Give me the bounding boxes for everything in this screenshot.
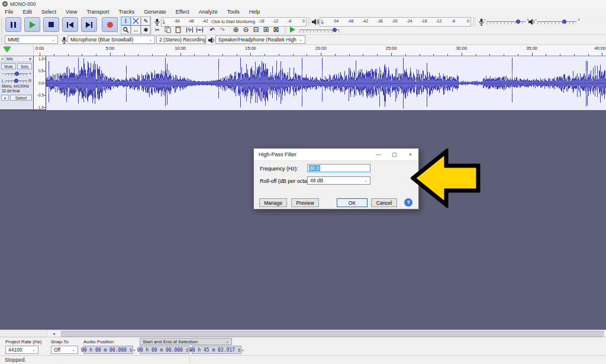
transport-toolbar-grip[interactable] [1, 17, 4, 33]
audio-host-select[interactable]: MME⌄ [5, 36, 58, 44]
playback-device-select[interactable]: Speaker/Headphone (Realtek High⌄ [215, 36, 305, 44]
play-at-speed-button[interactable] [288, 25, 297, 34]
menu-item-tools[interactable]: Tools [223, 8, 244, 15]
scissors-icon: ✂ [154, 27, 159, 33]
project-rate-select[interactable]: 44100⌄ [5, 346, 38, 354]
selection-mode-select[interactable]: Start and End of Selection⌄ [140, 338, 232, 345]
fit-selection-button[interactable]: ⊟ [252, 25, 260, 34]
gain-slider[interactable] [5, 71, 28, 76]
menu-item-effect[interactable]: Effect [171, 8, 194, 15]
gain-thumb[interactable] [15, 72, 19, 76]
chevron-down-icon: ⌄ [364, 178, 368, 183]
menu-item-generate[interactable]: Generate [139, 8, 171, 15]
fit-project-button[interactable]: ⊞ [262, 25, 270, 34]
rolloff-select[interactable]: 48 dB ⌄ [307, 176, 370, 185]
track-work-area[interactable] [0, 110, 606, 330]
menu-item-tracks[interactable]: Tracks [114, 8, 140, 15]
zoom-toggle-button[interactable]: ⊠ [272, 25, 281, 34]
timeline-major-tick [110, 53, 111, 56]
collapse-track-button[interactable]: ▲ [1, 95, 9, 101]
play-speed-slider[interactable] [299, 27, 340, 33]
device-toolbar-grip[interactable] [1, 36, 4, 44]
menu-item-transport[interactable]: Transport [82, 8, 114, 15]
dialog-maximize-button[interactable]: ▢ [386, 149, 402, 161]
recording-channels-select[interactable]: 2 (Stereo) Recording Chan⌄ [156, 36, 206, 44]
timeline-ruler[interactable]: 0:005:0010:0015:0020:0025:0030:0035:0040… [0, 45, 606, 56]
play-button[interactable] [24, 17, 40, 32]
pan-slider[interactable] [5, 78, 27, 83]
mixer-toolbar-grip[interactable] [473, 17, 476, 25]
stop-button[interactable] [43, 17, 59, 32]
recording-meter-mic-icon[interactable] [153, 18, 162, 26]
timeline-minor-tick [588, 54, 589, 56]
skip-to-end-button[interactable] [81, 17, 97, 32]
recording-volume-thumb[interactable] [516, 20, 520, 24]
cancel-button[interactable]: Cancel [371, 198, 397, 207]
silence-audio-button[interactable] [195, 25, 204, 34]
paste-button[interactable] [173, 25, 182, 34]
envelope-tool-button[interactable] [131, 17, 141, 25]
copy-button[interactable] [163, 25, 172, 34]
track-select-button[interactable]: Select [10, 95, 32, 101]
edit-toolbar-grip[interactable] [150, 26, 152, 34]
menu-item-edit[interactable]: Edit [18, 8, 37, 15]
menu-item-analyze[interactable]: Analyze [194, 8, 223, 15]
zoom-out-button[interactable]: ⊖ [241, 25, 250, 34]
trim-audio-button[interactable] [185, 25, 194, 34]
tools-toolbar-grip[interactable] [117, 17, 120, 33]
audio-position-field[interactable]: 00 h 00 m 00.000 s▾ [83, 346, 133, 354]
zoom-tool-button[interactable] [121, 25, 131, 34]
menu-item-help[interactable]: Help [244, 8, 265, 15]
chevron-down-icon: ⌄ [50, 37, 55, 42]
recording-meter-grip[interactable] [150, 17, 152, 25]
menu-item-select[interactable]: Select [37, 8, 61, 15]
track-header[interactable]: × Mix ▼ [0, 56, 33, 62]
menu-item-file[interactable]: File [0, 8, 18, 15]
meter-tick: -18 [421, 19, 427, 23]
redo-button[interactable]: ↷ [218, 25, 227, 34]
dialog-title-bar[interactable]: High-Pass Filter — ▢ × [254, 149, 418, 161]
frequency-input[interactable]: 80.0 [307, 164, 370, 172]
horizontal-scrollbar[interactable]: ◄ [0, 330, 606, 337]
scrollbar-thumb[interactable] [61, 331, 604, 337]
play-at-speed-grip[interactable] [285, 26, 287, 34]
dialog-minimize-button[interactable]: — [370, 149, 386, 161]
playback-volume-thumb[interactable] [562, 20, 566, 24]
timeshift-tool-button[interactable]: ↔ [131, 25, 141, 34]
timeline-pin-icon[interactable] [4, 47, 11, 52]
solo-button[interactable]: Solo [17, 63, 32, 69]
track-menu-icon[interactable]: ▼ [28, 57, 32, 61]
pause-button[interactable] [5, 17, 21, 32]
ok-button[interactable]: OK [337, 198, 368, 207]
recording-device-select[interactable]: Microphone (Blue Snowball)⌄ [67, 36, 155, 44]
manage-button[interactable]: Manage [259, 198, 287, 207]
zoom-in-button[interactable]: ⊕ [231, 25, 240, 34]
timeline-minor-tick [293, 54, 294, 56]
skip-to-start-button[interactable] [62, 17, 78, 32]
undo-button[interactable]: ↶ [208, 25, 217, 34]
scale-label: -1.0 [37, 105, 44, 109]
play-speed-thumb[interactable] [333, 28, 337, 32]
selection-tool-button[interactable]: I [121, 17, 131, 25]
scale-tick [44, 71, 46, 72]
snap-to-select[interactable]: Off⌄ [51, 346, 78, 354]
trim-audio-icon [186, 27, 194, 33]
playback-volume-slider[interactable]: − + [537, 19, 576, 25]
selection-end-field[interactable]: 00 h 45 m 03.917 s▾ [192, 346, 241, 354]
playback-meter-speaker-icon[interactable] [311, 18, 320, 26]
recording-volume-slider[interactable]: − + [486, 19, 526, 25]
playback-meter[interactable]: LR -54-48-42-36-30-24-18-12-60 [320, 17, 471, 27]
meter-monitor-text[interactable]: Click to Start Monitoring [211, 20, 255, 24]
waveform-display[interactable] [46, 56, 606, 111]
menu-item-view[interactable]: View [61, 8, 82, 15]
track-close-icon[interactable]: × [1, 57, 5, 61]
preview-button[interactable]: Preview [291, 198, 319, 207]
record-button[interactable] [102, 17, 118, 32]
audacity-logo-icon [2, 1, 8, 7]
selection-start-field[interactable]: 00 h 00 m 00.000 s▾ [140, 346, 189, 354]
undo-icon: ↶ [209, 27, 214, 33]
mute-button[interactable]: Mute [1, 63, 16, 69]
audacity-window: MONO-000 FileEditSelectViewTransportTrac… [0, 0, 606, 364]
cut-button[interactable]: ✂ [153, 25, 162, 34]
timeline-minor-tick [124, 54, 125, 56]
